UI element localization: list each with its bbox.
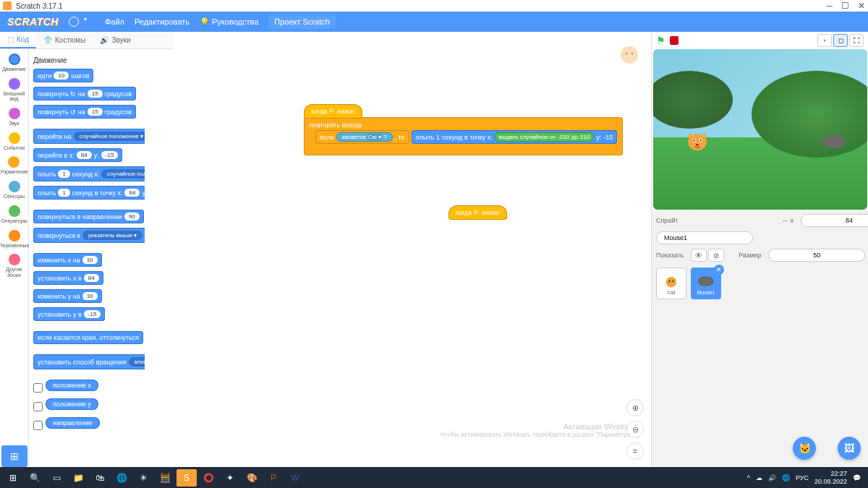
search-button[interactable]: 🔍 [25,469,45,487]
tray-cloud-icon[interactable]: ☁ [756,474,762,481]
add-extension-button[interactable]: ⊞ [1,445,27,467]
tab-sounds[interactable]: 🔊 Звуки [93,32,137,48]
stage-large-button[interactable]: ◻ [833,34,848,47]
script-when-flag-clicked[interactable]: когда 🏳 нажат повторять всегда если каса… [304,104,623,155]
block-rotation-style[interactable]: установить способ вращениявлево-вправо [33,354,145,369]
block-pick-random[interactable]: выдать случайное от-210до210 [495,132,595,142]
taskbar-store[interactable]: 🛍 [90,469,110,487]
tray-network-icon[interactable]: 🌐 [782,474,790,481]
block-glide-to-xy[interactable]: плыть 1 секунд в точку x: выдать случайн… [412,130,618,144]
reporter-direction[interactable]: направление [46,417,100,429]
block-move-steps[interactable]: идти10шагов [33,69,93,82]
sprite-x-input[interactable] [801,214,868,227]
green-flag-button[interactable]: ⚑ [656,35,665,46]
tab-costumes[interactable]: 👕 Костюмы [36,32,93,48]
reporter-x[interactable]: положение x [46,380,98,391]
tab-code[interactable]: ⬚Код [0,32,36,48]
minimize-button[interactable]: ─ [826,1,833,11]
hide-sprite-button[interactable]: ⊘ [708,249,724,262]
menu-edit[interactable]: Редактировать [135,17,190,26]
taskbar-chrome[interactable]: ⭕ [198,469,218,487]
language-icon[interactable] [69,17,79,27]
close-button[interactable]: ✕ [858,1,865,11]
reporter-x-checkbox[interactable] [33,383,43,393]
block-change-y[interactable]: изменить y на10 [33,289,102,303]
taskbar-powerpoint[interactable]: P [263,469,284,487]
stage[interactable] [653,49,867,210]
block-turn-cw[interactable]: повернуть ↻ на15градусов [33,87,136,100]
add-backdrop-button[interactable]: 🖼 [838,437,861,460]
sprite-label: Спрайт [656,217,678,224]
start-button[interactable]: ⊞ [3,469,23,487]
hat-when-flag-clicked-2[interactable]: когда 🏳 нажат [448,205,507,220]
taskbar-word[interactable]: W [285,469,305,487]
block-touching[interactable]: касаетсяCat ▾? [336,132,393,142]
taskbar-weather[interactable]: ☀ [133,469,153,487]
show-sprite-button[interactable]: 👁 [691,249,707,262]
block-glide-xy[interactable]: плыть1секунд в точку x:84y:-15 [33,186,145,200]
hat-when-flag-clicked[interactable]: когда 🏳 нажат [304,104,362,119]
stage-small-button[interactable]: ▫ [817,34,832,47]
stage-fullscreen-button[interactable]: ⛶ [849,34,864,47]
category-motion[interactable]: Движение [2,52,26,74]
reporter-dir-checkbox[interactable] [33,421,43,430]
tray-chevron-icon[interactable]: ^ [747,474,750,481]
zoom-out-button[interactable]: ⊖ [626,421,644,438]
sprite-name-input[interactable] [656,231,753,244]
block-set-x[interactable]: установить x в84 [33,271,103,285]
tray-language[interactable]: РУС [796,474,809,481]
category-variables[interactable]: Переменные [0,228,30,250]
category-sensing[interactable]: Сенсоры [4,179,25,201]
window-title: Scratch 3.17.1 [16,2,62,10]
zoom-in-button[interactable]: ⊕ [626,399,644,416]
block-goto-random[interactable]: перейти наслучайное положение ▾ [33,129,145,144]
sprite-thumb-cat[interactable]: Cat [656,267,686,299]
menu-file[interactable]: Файл [105,17,124,26]
project-name[interactable]: Проект Scratch [268,14,336,29]
category-events[interactable]: События [4,131,25,153]
block-turn-ccw[interactable]: повернуть ↺ на15градусов [33,105,136,119]
add-sprite-button[interactable]: 🐱 [793,437,816,460]
script-canvas[interactable]: когда 🏳 нажат повторять всегда если каса… [145,32,651,467]
taskbar-scratch[interactable]: S [176,469,197,487]
block-glide-random[interactable]: плыть1секунд к:случайное положение [33,166,145,181]
windows-activation-notice: Активация Windows Чтобы активировать Win… [440,422,637,438]
sprite-info-panel: Спрайт ↔ x ↕ y Показать 👁 ⊘ [652,210,868,467]
category-looks[interactable]: Внешний вид [0,77,28,103]
reporter-y-checkbox[interactable] [33,402,43,411]
block-if[interactable]: если касаетсяCat ▾? , то [315,130,409,144]
stage-sprite-cat[interactable] [681,122,714,155]
sprite-thumb-mouse[interactable]: ✕ Mouse1 [691,267,721,299]
maximize-button[interactable]: ☐ [841,1,849,11]
block-edge-bounce[interactable]: если касается края, оттолкнуться [33,331,143,344]
block-set-y[interactable]: установить y в-15 [33,307,105,321]
taskbar-explorer[interactable]: 📁 [68,469,88,487]
category-operators[interactable]: Операторы [1,204,27,226]
script-detached-hat[interactable]: когда 🏳 нажат [448,205,507,220]
sprite-size-input[interactable] [768,249,865,262]
stop-button[interactable] [670,36,678,45]
block-palette: Движение идти10шагов повернуть ↻ на15гра… [29,32,145,437]
tray-notifications-icon[interactable]: 💬 [853,474,861,481]
block-point-direction[interactable]: повернуться в направлении90 [33,210,144,223]
task-view-button[interactable]: ▭ [46,469,67,487]
taskbar-calc[interactable]: 🧮 [155,469,175,487]
zoom-reset-button[interactable]: = [626,442,644,460]
menu-tutorials[interactable]: 💡 Руководства [200,17,258,27]
block-goto-xy[interactable]: перейти в x:84y:-15 [33,148,122,162]
stage-sprite-mouse[interactable] [824,135,846,148]
reporter-y[interactable]: положение y [46,398,98,410]
taskbar-paint[interactable]: 🎨 [242,469,262,487]
category-sound[interactable]: Звук [9,106,20,128]
tray-volume-icon[interactable]: 🔊 [768,474,776,481]
category-myblocks[interactable]: Другие блоки [0,252,28,279]
svg-point-8 [696,144,699,146]
category-control[interactable]: Управление [0,155,28,176]
block-point-towards[interactable]: повернуться куказатель мыши ▾ [33,228,145,243]
block-forever[interactable]: повторять всегда если касаетсяCat ▾? , т… [304,117,623,155]
block-change-x[interactable]: изменить x на10 [33,253,102,267]
taskbar-edge[interactable]: 🌐 [111,469,132,487]
tray-clock[interactable]: 22:27 20.08.2022 [814,470,847,486]
delete-sprite-button[interactable]: ✕ [714,265,724,275]
taskbar-app1[interactable]: ✦ [220,469,240,487]
